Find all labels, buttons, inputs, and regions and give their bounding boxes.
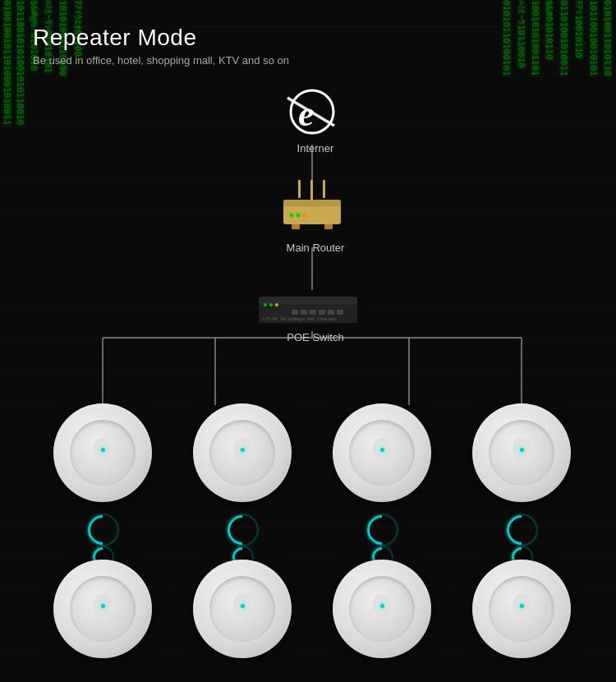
svg-point-16 <box>290 214 294 218</box>
internet-explorer-icon: e <box>283 83 341 141</box>
ap-inner-5 <box>70 576 136 642</box>
page-subtitle: Be used in office, hotel, shopping mall,… <box>33 54 591 67</box>
switch-label: POE Switch <box>287 331 343 343</box>
router-icon <box>275 180 349 242</box>
ap-teardrop-1 <box>91 438 114 468</box>
ap-inner-6 <box>209 576 275 642</box>
page-title: Repeater Mode <box>33 25 591 51</box>
svg-rect-23 <box>292 310 298 315</box>
ap-teardrop-8 <box>510 594 533 624</box>
ap-circle-5 <box>53 560 152 658</box>
ap-circle-8 <box>472 560 571 658</box>
ap-inner-4 <box>489 420 554 486</box>
svg-rect-13 <box>323 180 325 198</box>
ap-circle-6 <box>193 560 292 658</box>
ap-teardrop-5 <box>91 594 114 624</box>
svg-rect-11 <box>298 180 301 198</box>
ap-inner-3 <box>349 420 415 486</box>
ap-teardrop-6 <box>231 594 254 624</box>
ap-teardrop-4 <box>510 438 533 468</box>
svg-rect-22 <box>259 297 357 305</box>
ap-circle-7 <box>333 560 431 658</box>
svg-rect-26 <box>319 310 325 315</box>
ap-circle-4 <box>472 403 571 502</box>
svg-point-30 <box>269 303 273 306</box>
router-label: Main Router <box>287 242 345 254</box>
ap-circle-3 <box>333 403 431 502</box>
ap-inner-2 <box>209 420 275 486</box>
ap-device-4 <box>472 403 571 502</box>
svg-rect-24 <box>301 310 307 315</box>
svg-rect-20 <box>324 224 333 229</box>
internet-node: e Interner <box>283 83 341 154</box>
svg-rect-15 <box>283 200 341 206</box>
diagram-container: e Interner <box>33 83 591 642</box>
wifi-arc-large-2 <box>222 509 264 551</box>
wifi-arc-large-4 <box>501 509 543 551</box>
wifi-arc-large-3 <box>361 509 403 551</box>
main-content: Repeater Mode Be used in office, hotel, … <box>0 0 616 658</box>
ap-device-7 <box>333 560 431 658</box>
ap-teardrop-7 <box>370 594 393 624</box>
svg-text:LPT-8P 10/100Mbps PoE Ethernet: LPT-8P 10/100Mbps PoE Ethernet <box>263 316 337 322</box>
switch-node: LPT-8P 10/100Mbps PoE Ethernet POE Switc… <box>259 290 365 343</box>
ap-device-2 <box>193 403 292 502</box>
ap-circle-1 <box>53 403 152 502</box>
svg-rect-12 <box>310 180 313 200</box>
poe-switch-icon: LPT-8P 10/100Mbps PoE Ethernet <box>259 290 365 331</box>
ap-teardrop-3 <box>370 438 393 468</box>
svg-point-31 <box>275 303 278 306</box>
ap-device-8 <box>472 560 571 658</box>
svg-rect-27 <box>328 310 334 315</box>
ap-device-5 <box>53 560 152 658</box>
ap-inner-1 <box>70 420 136 486</box>
svg-rect-25 <box>310 310 316 315</box>
ap-device-1 <box>53 403 152 502</box>
ap-row-1 <box>33 403 591 502</box>
ap-device-3 <box>333 403 431 502</box>
ap-inner-7 <box>349 576 415 642</box>
ap-inner-8 <box>489 576 554 642</box>
svg-rect-28 <box>337 310 343 315</box>
svg-point-17 <box>297 214 301 218</box>
ap-teardrop-2 <box>231 438 254 468</box>
internet-label: Interner <box>297 142 334 154</box>
ap-device-6 <box>193 560 292 658</box>
ap-circle-2 <box>193 403 292 502</box>
svg-point-29 <box>264 303 267 306</box>
ap-row-2 <box>33 560 591 658</box>
svg-point-18 <box>303 214 307 218</box>
wifi-arc-large-1 <box>82 509 124 551</box>
svg-rect-19 <box>292 224 300 229</box>
router-node: Main Router <box>275 180 349 254</box>
